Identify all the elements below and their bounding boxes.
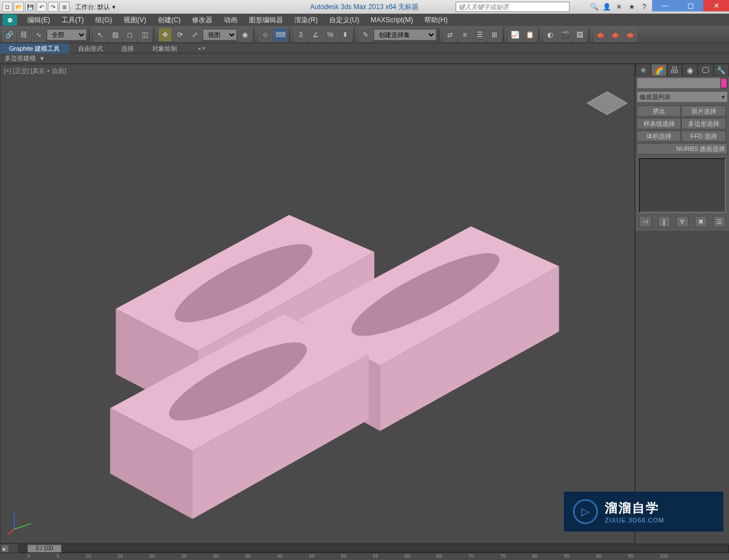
dope-sheet-icon[interactable]: 📋 [523, 28, 536, 42]
object-name-input[interactable] [637, 78, 720, 88]
configure-icon[interactable]: ☰ [713, 216, 726, 227]
open-icon[interactable]: 📂 [14, 2, 24, 12]
signin-icon[interactable]: 👤 [601, 2, 612, 12]
schematic-icon[interactable]: ⊞ [488, 28, 501, 42]
time-scrub-track[interactable] [18, 545, 729, 553]
motion-tab-icon[interactable]: ◉ [682, 64, 698, 76]
ref-coord-system[interactable]: 视图 [203, 29, 237, 40]
save-icon[interactable]: 💾 [25, 2, 35, 12]
favorite-icon[interactable]: ★ [626, 2, 637, 12]
move-icon[interactable]: ✥ [158, 28, 172, 42]
render-iter-icon[interactable]: 🫖 [608, 28, 622, 42]
select-name-icon[interactable]: ▤ [108, 28, 122, 42]
close-button[interactable]: ✕ [703, 0, 729, 11]
curve-editor-icon[interactable]: 📈 [508, 28, 522, 42]
minimize-button[interactable]: — [652, 0, 678, 11]
modifier-poly-select[interactable]: 多边形选择 [681, 118, 726, 129]
display-tab-icon[interactable]: 🖵 [698, 64, 713, 76]
unlink-icon[interactable]: ⛓ [17, 28, 31, 42]
help-icon[interactable]: ? [639, 2, 649, 12]
menu-render[interactable]: 渲染(R) [289, 15, 323, 25]
percent-snap-icon[interactable]: % [323, 28, 337, 42]
ribbon-panel-label[interactable]: 多边形建模 [5, 54, 36, 63]
render-frame-icon[interactable]: 🖼 [573, 28, 587, 42]
modifier-face-select[interactable]: 面片选择 [681, 105, 726, 117]
mirror-icon[interactable]: ⇄ [443, 28, 457, 42]
render-setup-icon[interactable]: 🎬 [558, 28, 572, 42]
pin-stack-icon[interactable]: ⊣ [639, 216, 652, 227]
bind-icon[interactable]: ∿ [32, 28, 46, 42]
pivot-icon[interactable]: ◉ [238, 28, 252, 42]
project-icon[interactable]: ⊞ [59, 2, 69, 12]
app-menu-icon[interactable]: ⊚ [2, 14, 17, 26]
undo-icon[interactable]: ↶ [36, 2, 47, 12]
ribbon-tab-selection[interactable]: 选择 [112, 43, 143, 54]
object-color-swatch[interactable] [720, 78, 727, 88]
ribbon-tab-graphite[interactable]: Graphite 建模工具 [0, 43, 69, 54]
menu-help[interactable]: 帮助(H) [419, 15, 453, 25]
rotate-icon[interactable]: ⟳ [173, 28, 187, 42]
scale-icon[interactable]: ⤢ [188, 28, 202, 42]
workspace-selector[interactable]: 工作台: 默认 ▾ [75, 3, 116, 11]
link-icon[interactable]: 🔗 [2, 28, 16, 42]
edit-named-icon[interactable]: ✎ [359, 28, 372, 42]
redo-icon[interactable]: ↷ [48, 2, 58, 12]
create-tab-icon[interactable]: ✳ [636, 64, 651, 76]
render-prod-icon[interactable]: 🫖 [593, 28, 607, 42]
material-editor-icon[interactable]: ◐ [543, 28, 557, 42]
menu-graph[interactable]: 图形编辑器 [243, 15, 289, 25]
modifier-stack[interactable] [639, 158, 726, 212]
menu-customize[interactable]: 自定义(U) [323, 15, 365, 25]
remove-icon[interactable]: ✖ [695, 216, 707, 227]
menu-maxscript[interactable]: MAXScript(M) [365, 16, 419, 24]
viewport[interactable]: [+] [正交] [真实 + 边面] [0, 64, 635, 543]
window-crossing-icon[interactable]: ◫ [138, 28, 151, 42]
track-bar[interactable]: 0510 152025 303540 455055 606570 758085 … [0, 553, 729, 560]
snap-toggle-icon[interactable]: 3 [294, 28, 308, 42]
render-active-icon[interactable]: 🫖 [623, 28, 637, 42]
maximize-button[interactable]: ▢ [678, 0, 703, 11]
search-icon[interactable]: 🔍 [589, 2, 599, 12]
menu-create[interactable]: 创建(C) [152, 15, 187, 25]
layers-icon[interactable]: ☰ [473, 28, 486, 42]
time-slider-handle[interactable]: 0 / 100 [27, 545, 62, 553]
time-slider[interactable]: ◂ 0 / 100 [0, 543, 729, 553]
named-selection-set[interactable]: 创建选择集 [374, 29, 436, 40]
menu-animation[interactable]: 动画 [218, 15, 243, 25]
select-icon[interactable]: ↖ [93, 28, 107, 42]
menu-tools[interactable]: 工具(T) [56, 15, 89, 25]
svg-line-13 [14, 524, 31, 529]
align-icon[interactable]: ≡ [458, 28, 472, 42]
modify-tab-icon[interactable]: 🌈 [651, 64, 666, 76]
modifier-spline-select[interactable]: 样条线选择 [637, 118, 681, 129]
search-box[interactable] [456, 2, 570, 12]
keyboard-shortcut-icon[interactable]: ⌨ [273, 28, 287, 42]
viewcube[interactable] [591, 87, 623, 119]
select-region-icon[interactable]: ◻ [123, 28, 137, 42]
menu-modifiers[interactable]: 修改器 [186, 15, 218, 25]
modifier-extrude[interactable]: 挤出 [637, 105, 681, 117]
show-end-icon[interactable]: ‖ [658, 216, 670, 227]
exchange-icon[interactable]: ✕ [614, 2, 624, 12]
modifier-list-dropdown[interactable]: 修改器列表▾ [637, 91, 728, 103]
search-input[interactable] [456, 2, 570, 12]
modifier-vol-select[interactable]: 体积选择 [637, 130, 681, 142]
menu-views[interactable]: 视图(V) [118, 15, 152, 25]
ribbon-expand-icon[interactable]: ◂ ▾ [198, 45, 205, 51]
modifier-nurbs-select[interactable]: NURBS 曲面选择 [637, 143, 728, 154]
modifier-ffd-select[interactable]: FFD 选择 [681, 130, 726, 142]
selection-filter[interactable]: 全部 [47, 29, 87, 40]
menu-group[interactable]: 组(G) [89, 15, 117, 25]
ribbon-tab-freeform[interactable]: 自由形式 [69, 43, 112, 54]
angle-snap-icon[interactable]: ∠ [309, 28, 322, 42]
manipulate-icon[interactable]: ⊹ [259, 28, 272, 42]
timeline-toggle-icon[interactable]: ◂ [1, 545, 9, 553]
spinner-snap-icon[interactable]: ⬍ [338, 28, 352, 42]
ribbon-tab-paint[interactable]: 对象绘制 [143, 43, 186, 54]
utilities-tab-icon[interactable]: 🔧 [714, 64, 729, 76]
app-title: Autodesk 3ds Max 2013 x64 无标题 [310, 2, 419, 12]
menu-edit[interactable]: 编辑(E) [22, 15, 56, 25]
new-icon[interactable]: 🗋 [2, 2, 13, 12]
hierarchy-tab-icon[interactable]: 品 [667, 64, 682, 76]
unique-icon[interactable]: ∀ [676, 216, 689, 227]
